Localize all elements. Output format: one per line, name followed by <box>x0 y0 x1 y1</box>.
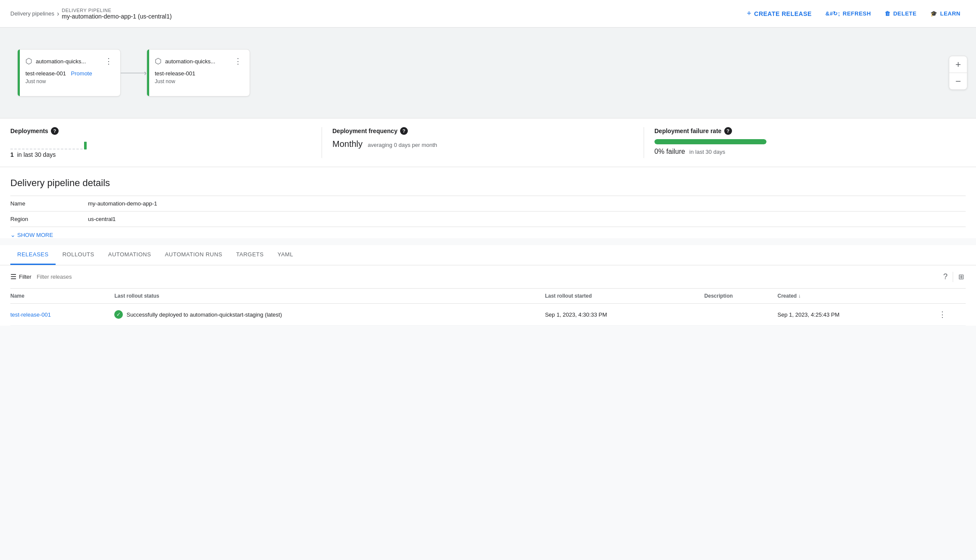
learn-label: LEARN <box>940 10 960 17</box>
releases-data-table: NameLast rollout statusLast rollout star… <box>10 289 966 326</box>
dep-bar-17 <box>72 149 75 149</box>
table-help-button[interactable]: ? <box>942 271 949 283</box>
dep-bar-active <box>84 142 87 149</box>
frequency-label: Deployment frequency ? <box>332 127 633 135</box>
dep-bar-2 <box>14 149 17 149</box>
sort-arrow-icon: ↓ <box>798 293 801 299</box>
refresh-button[interactable]: &#↻; REFRESH <box>820 7 876 20</box>
stage-release-0: test-release-001 Promote <box>25 70 114 77</box>
zoom-controls: + − <box>949 56 967 90</box>
dep-bar-9 <box>41 149 44 149</box>
detail-row: Name my-automation-demo-app-1 <box>10 196 966 212</box>
dep-bar-1 <box>10 149 13 149</box>
frequency-sub: averaging 0 days per month <box>368 142 437 148</box>
col-header-name: Name <box>10 289 114 304</box>
deployments-metric: Deployments ? 1 <box>10 127 322 158</box>
tab-releases[interactable]: RELEASES <box>10 245 56 265</box>
tab-yaml[interactable]: YAML <box>271 245 300 265</box>
dep-bar-8 <box>38 149 40 149</box>
stage-icon-0: ⬡ <box>25 56 32 66</box>
row-menu-button[interactable]: ⋮ <box>937 309 948 320</box>
dep-bar-16 <box>69 149 71 149</box>
stage-name-1: automation-quicks... <box>165 58 215 65</box>
failure-rate: 0% failure <box>654 148 685 155</box>
release-rollout-started-cell: Sep 1, 2023, 4:30:33 PM <box>545 304 704 326</box>
column-settings-button[interactable]: ⊞ <box>957 271 966 283</box>
release-status-text: Successfully deployed to automation-quic… <box>126 311 282 318</box>
zoom-in-button[interactable]: + <box>949 56 967 73</box>
stage-time-0: Just now <box>25 78 114 84</box>
filter-input[interactable] <box>37 274 936 280</box>
filter-button[interactable]: ☰ Filter <box>10 273 31 281</box>
col-header-last-rollout-status: Last rollout status <box>114 289 545 304</box>
release-name-link[interactable]: test-release-001 <box>10 311 51 318</box>
failure-progress-bar <box>654 139 766 144</box>
table-header: NameLast rollout statusLast rollout star… <box>10 289 966 304</box>
create-release-button[interactable]: + CREATE RELEASE <box>741 6 817 22</box>
top-actions: + CREATE RELEASE &#↻; REFRESH 🗑 DELETE 🎓… <box>741 6 966 22</box>
col-header-created[interactable]: Created ↓ <box>777 289 937 304</box>
details-table: Name my-automation-demo-app-1 Region us-… <box>10 196 966 227</box>
detail-value: my-automation-demo-app-1 <box>88 196 966 212</box>
details-section: Delivery pipeline details Name my-automa… <box>0 167 976 238</box>
dep-bar-15 <box>65 149 67 149</box>
failure-sub: in last 30 days <box>689 149 725 155</box>
release-name-cell: test-release-001 <box>10 304 114 326</box>
tab-targets[interactable]: TARGETS <box>229 245 271 265</box>
tabs-bar: RELEASESROLLOUTSAUTOMATIONSAUTOMATION RU… <box>0 245 976 265</box>
failure-metric: Deployment failure rate ? 0% failure in … <box>644 127 966 158</box>
stage-menu-button-1[interactable]: ⋮ <box>232 56 244 67</box>
delete-icon: 🗑 <box>885 10 891 17</box>
zoom-out-button[interactable]: − <box>949 73 967 90</box>
frequency-value: Monthly <box>332 139 363 149</box>
plus-icon: + <box>747 9 751 18</box>
tab-automation-runs[interactable]: AUTOMATION RUNS <box>158 245 229 265</box>
stage-menu-button-0[interactable]: ⋮ <box>103 56 114 67</box>
tab-rollouts[interactable]: ROLLOUTS <box>56 245 101 265</box>
learn-button[interactable]: 🎓 LEARN <box>925 7 966 20</box>
stage-release-1: test-release-001 <box>155 70 244 77</box>
releases-table-section: ☰ Filter ? ⊞ NameLast rollout statusLast… <box>0 265 976 326</box>
col-header-description: Description <box>704 289 778 304</box>
pipeline-type-label: DELIVERY PIPELINE <box>62 8 172 13</box>
failure-bar-fill <box>654 139 766 144</box>
learn-icon: 🎓 <box>930 10 938 17</box>
failure-help-icon[interactable]: ? <box>724 127 732 135</box>
failure-value-row: 0% failure in last 30 days <box>654 148 955 156</box>
details-title: Delivery pipeline details <box>10 177 966 189</box>
stage-time-1: Just now <box>155 78 244 84</box>
dep-bar-4 <box>22 149 25 149</box>
top-bar: Delivery pipelines › DELIVERY PIPELINE m… <box>0 0 976 28</box>
filter-row: ☰ Filter ? ⊞ <box>10 265 966 289</box>
frequency-metric: Deployment frequency ? Monthly averaging… <box>322 127 644 158</box>
refresh-icon: &#↻; <box>826 10 840 17</box>
release-created-cell: Sep 1, 2023, 4:25:43 PM <box>777 304 937 326</box>
dep-bar-13 <box>57 149 59 149</box>
pipeline-arrow: › <box>121 68 147 78</box>
dep-bar-19 <box>80 149 83 149</box>
filter-actions: ? ⊞ <box>942 271 966 283</box>
col-header-actions <box>937 289 966 304</box>
breadcrumb-current: DELIVERY PIPELINE my-automation-demo-app… <box>62 8 172 20</box>
frequency-help-icon[interactable]: ? <box>400 127 408 135</box>
filter-icon: ☰ <box>10 273 16 281</box>
breadcrumb-link[interactable]: Delivery pipelines <box>10 10 54 17</box>
detail-value: us-central1 <box>88 212 966 227</box>
show-more-link[interactable]: ⌄ SHOW MORE <box>10 231 966 238</box>
dep-bar-18 <box>76 149 79 149</box>
dep-bar-11 <box>49 149 52 149</box>
tab-automations[interactable]: AUTOMATIONS <box>101 245 158 265</box>
status-success-icon: ✓ <box>114 310 123 319</box>
delete-label: DELETE <box>893 10 917 17</box>
dep-bar-14 <box>61 149 63 149</box>
delete-button[interactable]: 🗑 DELETE <box>879 7 922 20</box>
deployments-label: Deployments ? <box>10 127 311 135</box>
deployments-count-row: 1 in last 30 days <box>10 151 311 158</box>
promote-link-0[interactable]: Promote <box>71 70 92 77</box>
release-status-cell: ✓ Successfully deployed to automation-qu… <box>114 304 545 326</box>
frequency-value-row: Monthly averaging 0 days per month <box>332 139 633 149</box>
dep-bar-6 <box>30 149 32 149</box>
deployment-bars <box>10 139 311 149</box>
deployments-help-icon[interactable]: ? <box>51 127 59 135</box>
show-more-label: SHOW MORE <box>17 232 53 238</box>
